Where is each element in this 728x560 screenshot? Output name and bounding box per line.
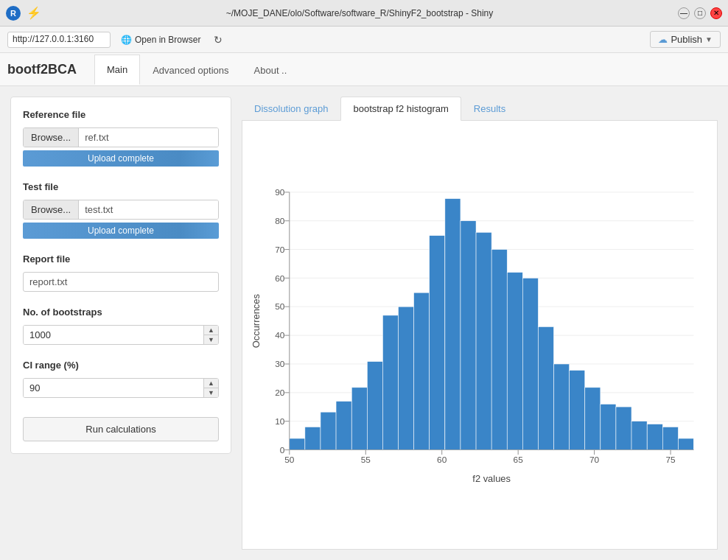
tab-bootstrap-histogram[interactable]: bootstrap f2 histogram [340,97,461,121]
publish-button[interactable]: ☁ Publish ▼ [650,31,721,48]
svg-rect-31 [570,370,585,449]
bootstraps-section: No. of bootstraps ▲ ▼ [23,307,219,345]
svg-text:75: 75 [665,455,676,465]
bootstraps-spinner: ▲ ▼ [203,326,218,344]
report-file-section: Report file [23,253,219,292]
svg-text:90: 90 [275,187,285,197]
report-file-input[interactable] [23,272,219,292]
y-axis-label: Occurrences [251,294,262,348]
svg-rect-35 [631,421,647,450]
svg-rect-25 [476,232,491,449]
svg-text:70: 70 [275,245,285,255]
ci-range-input-wrap: ▲ ▼ [23,378,219,398]
svg-rect-18 [367,362,382,450]
bootstraps-input[interactable] [24,326,203,344]
test-file-section: Test file Browse... test.txt Upload comp… [23,181,219,239]
reference-file-input-row: Browse... ref.txt [23,127,219,147]
test-file-input-row: Browse... test.txt [23,200,219,220]
svg-text:0: 0 [280,445,285,455]
svg-rect-37 [662,427,678,449]
maximize-button[interactable]: □ [694,7,706,19]
bootstraps-down[interactable]: ▼ [204,335,218,344]
svg-rect-32 [585,388,601,450]
address-bar: http://127.0.0.1:3160 🌐 Open in Browser … [0,27,728,53]
publish-icon: ☁ [658,34,668,45]
app-brand: bootf2BCA [7,62,88,77]
nav-tab-advanced[interactable]: Advanced options [140,55,241,85]
run-calculations-button[interactable]: Run calculations [23,417,219,441]
svg-rect-19 [382,315,398,450]
svg-rect-27 [507,273,522,450]
ci-range-section: CI range (%) ▲ ▼ [23,360,219,398]
publish-dropdown-icon[interactable]: ▼ [705,35,713,43]
title-bar-left: R ⚡ [6,6,41,21]
svg-text:50: 50 [275,301,285,312]
svg-rect-22 [430,236,445,450]
open-in-browser-button[interactable]: 🌐 Open in Browser [116,32,205,47]
chart-area: 50 55 60 65 70 75 [242,121,718,550]
nav-tab-main[interactable]: Main [94,55,140,85]
svg-rect-38 [678,438,693,449]
close-button[interactable]: ✕ [710,7,722,19]
ci-range-label: CI range (%) [23,360,219,371]
minimize-button[interactable]: — [678,7,690,19]
url-display[interactable]: http://127.0.0.1:3160 [7,32,111,48]
ci-range-input[interactable] [24,379,203,397]
main-content: Reference file Browse... ref.txt Upload … [0,86,728,560]
window-title: ~/MOJE_DANE/olo/Software/software_R/Shin… [41,8,678,18]
main-panel: Dissolution graph bootstrap f2 histogram… [242,97,718,550]
svg-text:60: 60 [275,273,285,284]
svg-rect-13 [290,438,305,449]
svg-rect-17 [351,388,367,450]
reference-browse-button[interactable]: Browse... [24,128,79,147]
histogram-chart: 50 55 60 65 70 75 [250,128,710,542]
reference-file-section: Reference file Browse... ref.txt Upload … [23,109,219,167]
app-container: bootf2BCA Main Advanced options About ..… [0,53,728,560]
svg-text:80: 80 [275,216,285,226]
svg-text:20: 20 [275,388,285,398]
ci-range-down[interactable]: ▼ [204,388,218,397]
svg-rect-20 [399,307,414,449]
test-file-label: Test file [23,181,219,192]
bootstraps-up[interactable]: ▲ [204,326,218,335]
svg-rect-36 [647,424,662,450]
nav-tab-about[interactable]: About .. [242,55,300,85]
svg-rect-24 [461,221,476,450]
x-axis-label: f2 values [472,473,511,484]
svg-text:70: 70 [589,455,600,465]
test-file-name: test.txt [79,200,218,219]
sub-tabs: Dissolution graph bootstrap f2 histogram… [242,97,718,121]
svg-text:30: 30 [275,359,285,369]
reference-upload-status: Upload complete [23,150,219,167]
shiny-icon: ⚡ [27,6,41,20]
title-bar-controls: — □ ✕ [678,7,722,19]
svg-rect-29 [538,326,553,449]
refresh-button[interactable]: ↻ [211,32,225,47]
sidebar: Reference file Browse... ref.txt Upload … [10,97,231,454]
svg-rect-30 [554,364,570,450]
tab-dissolution-graph[interactable]: Dissolution graph [242,97,340,121]
reference-file-label: Reference file [23,109,219,120]
svg-text:40: 40 [275,330,285,340]
test-browse-button[interactable]: Browse... [24,200,79,219]
ci-range-spinner: ▲ ▼ [203,379,218,397]
svg-rect-14 [305,427,321,449]
title-bar: R ⚡ ~/MOJE_DANE/olo/Software/software_R/… [0,0,728,27]
svg-rect-26 [491,250,507,450]
svg-text:65: 65 [514,455,524,465]
svg-text:55: 55 [361,455,371,465]
report-file-label: Report file [23,253,219,265]
ci-range-up[interactable]: ▲ [204,379,218,388]
tab-results[interactable]: Results [461,97,518,121]
svg-rect-16 [336,402,351,450]
test-upload-status: Upload complete [23,223,219,239]
svg-rect-15 [321,412,336,449]
svg-rect-23 [445,199,461,450]
svg-rect-34 [616,407,631,449]
bootstraps-label: No. of bootstraps [23,307,219,318]
svg-rect-28 [522,278,538,449]
svg-rect-21 [414,293,430,449]
svg-text:50: 50 [284,455,295,465]
svg-rect-33 [601,404,616,449]
svg-text:60: 60 [437,455,447,465]
